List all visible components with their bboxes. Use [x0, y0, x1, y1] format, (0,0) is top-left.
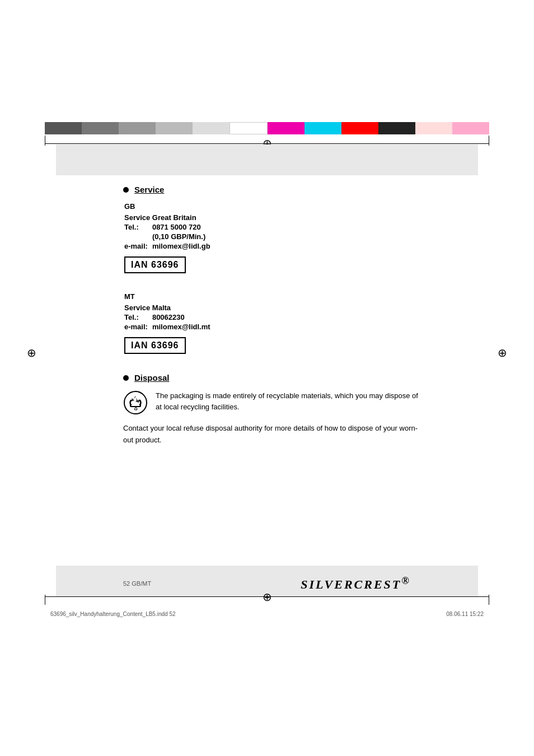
disposal-text-1: The packaging is made entirely of recycl… [156, 390, 425, 412]
mt-email-value: milomex@lidl.mt [152, 322, 210, 332]
page-info: 52 GB/MT [123, 580, 151, 587]
crosshair-right: ⊕ [498, 346, 507, 360]
footer-content: 52 GB/MT SILVERCREST® [123, 575, 411, 592]
color-bar [45, 122, 489, 134]
disposal-text-2: Contact your local refuse disposal autho… [123, 423, 425, 446]
gb-service-name: Service Great Britain [124, 213, 210, 222]
swatch-10 [378, 122, 415, 134]
swatch-1 [45, 122, 82, 134]
table-row: (0,10 GBP/Min.) [124, 232, 210, 241]
gb-tel-value: 0871 5000 720 [152, 222, 210, 232]
mt-email-label: e-mail: [124, 322, 152, 332]
swatch-9 [341, 122, 378, 134]
gb-tel-note: (0,10 GBP/Min.) [152, 232, 210, 241]
mt-country: MT [124, 292, 425, 301]
svg-text:♻: ♻ [134, 407, 138, 412]
mt-ian-box: IAN 63696 [124, 337, 186, 354]
swatch-4 [156, 122, 193, 134]
service-bullet [123, 187, 129, 193]
brand-name: SILVERCREST® [301, 575, 411, 592]
gb-email-label: e-mail: [124, 241, 152, 251]
table-row: Service Malta [124, 303, 210, 312]
table-row: Service Great Britain [124, 213, 210, 222]
mt-block: MT Service Malta Tel.: 80062230 e-mail: … [123, 292, 425, 364]
disposal-section: Disposal ♻ The packaging is made entirel… [123, 373, 425, 446]
swatch-6 [229, 122, 268, 134]
table-row: Tel.: 80062230 [124, 312, 210, 322]
mt-service-name: Service Malta [124, 303, 210, 312]
swatch-12 [452, 122, 489, 134]
swatch-2 [82, 122, 119, 134]
file-info-left: 63696_silv_Handyhalterung_Content_LB5.in… [50, 611, 176, 617]
recycle-icon: ♻ [123, 390, 148, 415]
mt-tel-value: 80062230 [152, 312, 210, 322]
table-row: Tel.: 0871 5000 720 [124, 222, 210, 232]
swatch-5 [193, 122, 229, 134]
table-row: e-mail: milomex@lidl.mt [124, 322, 210, 332]
table-row: e-mail: milomex@lidl.gb [124, 241, 210, 251]
file-info-line: 63696_silv_Handyhalterung_Content_LB5.in… [50, 611, 484, 617]
main-content: Service GB Service Great Britain Tel.: 0… [123, 185, 425, 446]
swatch-3 [119, 122, 156, 134]
mt-tel-label: Tel.: [124, 312, 152, 322]
swatch-7 [268, 122, 305, 134]
gb-table: Service Great Britain Tel.: 0871 5000 72… [124, 213, 210, 251]
gb-block: GB Service Great Britain Tel.: 0871 5000… [123, 202, 425, 283]
disposal-bullet [123, 375, 129, 381]
page-wrapper: ⊕ Service GB Service Great Britain Tel.:… [0, 0, 534, 756]
crosshair-left: ⊕ [27, 346, 36, 360]
gb-tel-label: Tel.: [124, 222, 152, 232]
gb-email-value: milomex@lidl.gb [152, 241, 210, 251]
file-info-right: 08.06.11 15:22 [446, 611, 484, 617]
gb-country: GB [124, 202, 425, 211]
disposal-heading: Disposal [123, 373, 425, 382]
gray-bar-top [56, 144, 478, 175]
swatch-8 [305, 122, 341, 134]
mt-table: Service Malta Tel.: 80062230 e-mail: mil… [124, 303, 210, 332]
crosshair-bottom: ⊕ [263, 590, 272, 604]
swatch-11 [415, 122, 452, 134]
service-title: Service [134, 185, 164, 194]
disposal-title: Disposal [134, 373, 170, 382]
color-bar-section [0, 122, 534, 134]
service-heading: Service [123, 185, 425, 194]
gb-ian-box: IAN 63696 [124, 256, 186, 273]
disposal-content: ♻ The packaging is made entirely of recy… [123, 390, 425, 415]
